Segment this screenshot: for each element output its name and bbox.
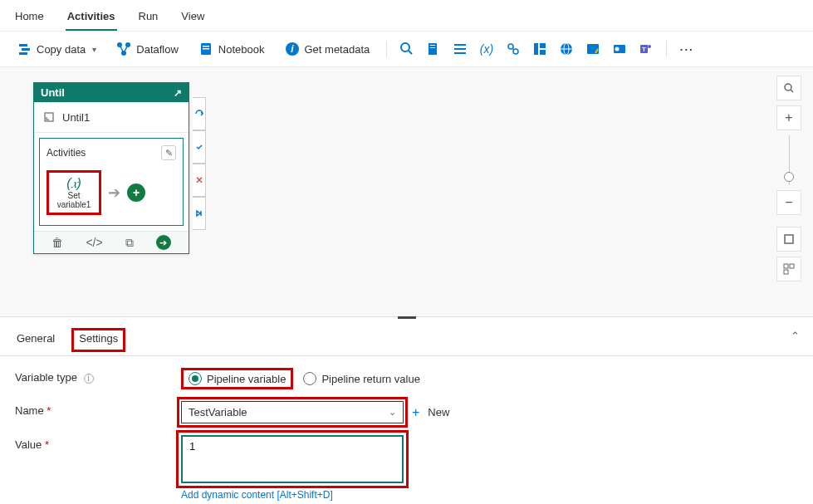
- svg-rect-30: [785, 235, 793, 243]
- svg-rect-5: [203, 48, 209, 50]
- svg-rect-13: [454, 48, 466, 50]
- list-tool-icon[interactable]: [450, 39, 470, 59]
- more-tools-icon[interactable]: ···: [677, 39, 697, 59]
- notebook-icon: [198, 42, 213, 56]
- get-metadata-button[interactable]: i Get metadata: [278, 38, 377, 60]
- variable-tool-icon[interactable]: (x): [477, 39, 497, 59]
- svg-rect-10: [430, 45, 435, 46]
- zoom-out-button[interactable]: −: [776, 190, 801, 215]
- activities-toolbar: Copy data ▾ Dataflow Notebook i Get meta…: [0, 31, 813, 67]
- svg-rect-33: [784, 270, 788, 274]
- plus-icon: +: [412, 405, 419, 420]
- info-icon: i: [285, 42, 300, 56]
- name-select[interactable]: TestVariable ⌄: [181, 401, 404, 423]
- copy-data-button[interactable]: Copy data ▾: [10, 38, 103, 60]
- zoom-slider[interactable]: [789, 135, 790, 185]
- svg-point-1: [125, 42, 130, 47]
- script-tool-icon[interactable]: [424, 39, 443, 59]
- svg-rect-32: [790, 264, 794, 268]
- handle-fail[interactable]: ✕: [193, 164, 206, 197]
- notebook-label: Notebook: [218, 43, 265, 56]
- until-footer: 🗑 </> ⧉ ➔: [34, 231, 189, 253]
- canvas-search-icon[interactable]: [776, 76, 801, 100]
- value-input[interactable]: [181, 435, 404, 483]
- teams-tool-icon[interactable]: T: [636, 39, 656, 59]
- svg-rect-18: [534, 43, 538, 55]
- run-icon[interactable]: ➔: [156, 235, 171, 250]
- radio-pipeline-return[interactable]: Pipeline return value: [303, 372, 420, 385]
- zoom-handle[interactable]: [784, 172, 794, 182]
- svg-rect-19: [540, 43, 546, 48]
- radio-unchecked-icon: [303, 372, 316, 385]
- nav-view[interactable]: View: [179, 7, 206, 31]
- until-activity-container[interactable]: Until ↗ Until1 Activities ✎ (𝑥) Set vari…: [33, 82, 189, 254]
- handle-complete[interactable]: [193, 130, 206, 164]
- svg-text:(x): (x): [480, 42, 493, 56]
- outlook-tool-icon[interactable]: [610, 39, 629, 59]
- variable-type-label: Variable type i: [15, 368, 181, 384]
- search-tool-icon[interactable]: [397, 39, 417, 59]
- fit-screen-icon[interactable]: [776, 227, 801, 252]
- copy-icon[interactable]: ⧉: [125, 236, 134, 250]
- until-icon: [42, 110, 56, 124]
- separator: [666, 41, 667, 57]
- connection-handles: ✕: [193, 97, 206, 230]
- svg-point-28: [648, 45, 651, 48]
- svg-point-0: [117, 42, 122, 47]
- code-icon[interactable]: </>: [86, 236, 102, 249]
- globe-tool-icon[interactable]: [556, 39, 576, 59]
- get-metadata-label: Get metadata: [305, 43, 370, 56]
- layout-icon[interactable]: [776, 257, 801, 281]
- radio-pipeline-return-label: Pipeline return value: [321, 373, 420, 385]
- new-variable-link[interactable]: New: [428, 406, 449, 418]
- svg-point-25: [615, 47, 620, 51]
- radio-pipeline-variable[interactable]: Pipeline variable: [181, 368, 293, 389]
- until-header[interactable]: Until ↗: [34, 83, 189, 102]
- radio-checked-icon: [189, 372, 202, 385]
- copy-data-icon: [17, 42, 32, 56]
- dataflow-button[interactable]: Dataflow: [110, 38, 185, 60]
- svg-point-8: [401, 43, 409, 51]
- value-label: Value *: [15, 435, 181, 451]
- svg-rect-31: [784, 264, 788, 268]
- svg-rect-14: [454, 52, 466, 54]
- chevron-down-icon: ⌄: [389, 407, 396, 418]
- nav-run[interactable]: Run: [137, 7, 160, 31]
- svg-rect-20: [540, 50, 546, 55]
- dataflow-label: Dataflow: [136, 43, 179, 56]
- set-variable-activity[interactable]: (𝑥) Set variable1: [47, 170, 101, 215]
- until-name: Until1: [62, 111, 90, 124]
- layout-tool-icon[interactable]: [530, 39, 550, 59]
- name-label: Name *: [15, 401, 181, 417]
- chevron-down-icon: ▾: [92, 45, 96, 54]
- add-dynamic-content-link[interactable]: Add dynamic content [Alt+Shift+D]: [181, 489, 409, 501]
- notebook-button[interactable]: Notebook: [192, 38, 272, 60]
- svg-rect-4: [203, 46, 209, 47]
- nav-home[interactable]: Home: [13, 7, 46, 31]
- dataflow-icon: [116, 42, 131, 56]
- info-icon[interactable]: i: [84, 374, 94, 384]
- settings-tabs: General Settings ⌃: [0, 321, 813, 356]
- settings-form: Variable type i Pipeline variable Pipeli…: [0, 356, 813, 504]
- activities-label: Activities: [47, 147, 86, 159]
- handle-success[interactable]: [193, 97, 206, 130]
- handle-skip[interactable]: [193, 197, 206, 230]
- name-value: TestVariable: [189, 406, 247, 418]
- radio-pipeline-variable-label: Pipeline variable: [207, 373, 286, 385]
- svg-text:T: T: [642, 46, 646, 53]
- tab-general[interactable]: General: [13, 329, 58, 351]
- nav-activities[interactable]: Activities: [66, 7, 117, 31]
- collapse-panel-icon[interactable]: ⌃: [791, 330, 800, 342]
- top-nav: Home Activities Run View: [0, 0, 813, 31]
- link-tool-icon[interactable]: [503, 39, 523, 59]
- delete-icon[interactable]: 🗑: [51, 236, 63, 249]
- tab-settings[interactable]: Settings: [71, 328, 125, 352]
- expand-icon[interactable]: ↗: [174, 87, 182, 99]
- add-activity-button[interactable]: +: [127, 183, 145, 202]
- edit-icon[interactable]: ✎: [161, 145, 176, 160]
- zoom-in-button[interactable]: +: [776, 105, 801, 130]
- variable-icon: (𝑥): [66, 176, 81, 191]
- arrow-icon: ➔: [108, 183, 120, 202]
- function-tool-icon[interactable]: [583, 39, 603, 59]
- pipeline-canvas[interactable]: Until ↗ Until1 Activities ✎ (𝑥) Set vari…: [0, 67, 813, 316]
